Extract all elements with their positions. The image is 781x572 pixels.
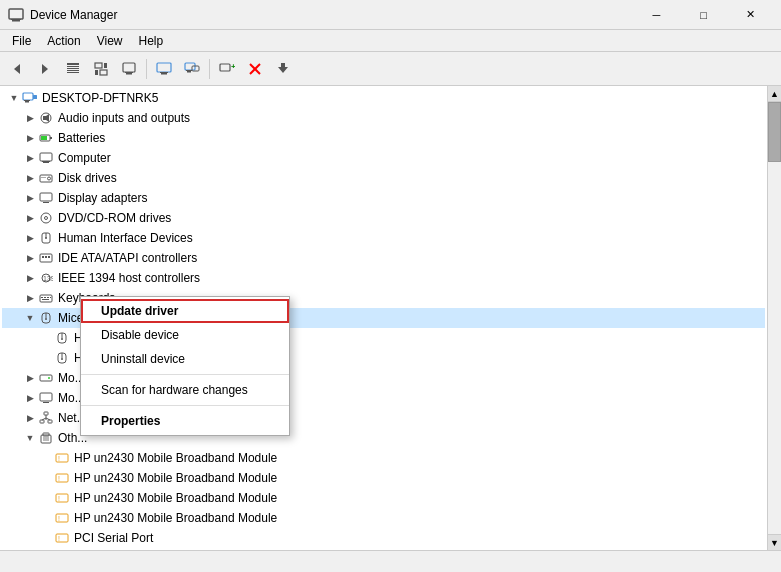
tree-item-hp3[interactable]: ▶ ! HP un2430 Mobile Broadband Module	[2, 488, 765, 508]
keyboards-toggle[interactable]: ▶	[22, 290, 38, 306]
ctx-uninstall-device[interactable]: Uninstall device	[81, 347, 289, 371]
scroll-down[interactable]: ▼	[768, 534, 781, 550]
disk-toggle[interactable]: ▶	[22, 170, 38, 186]
disk-label: Disk drives	[58, 171, 117, 185]
svg-rect-52	[42, 256, 44, 258]
tree-item-pci-comm[interactable]: ▶ ! PCI Simple Communications Controller	[2, 548, 765, 550]
scroll-thumb[interactable]	[768, 102, 781, 162]
main-content: ▼ DESKTOP-DFTNRK5 ▶ Audio inputs and	[0, 86, 781, 550]
modems-toggle[interactable]: ▶	[22, 370, 38, 386]
tree-root[interactable]: ▼ DESKTOP-DFTNRK5	[2, 88, 765, 108]
svg-rect-74	[40, 393, 52, 401]
ctx-properties-header[interactable]: Properties	[81, 409, 289, 433]
mouse-device-icon-2	[54, 350, 70, 366]
audio-toggle[interactable]: ▶	[22, 110, 38, 126]
hid-toggle[interactable]: ▶	[22, 230, 38, 246]
svg-rect-37	[41, 136, 47, 140]
maximize-button[interactable]: □	[681, 0, 726, 30]
svg-rect-15	[126, 73, 132, 75]
ide-icon	[38, 250, 54, 266]
computer-toggle[interactable]: ▶	[22, 150, 38, 166]
ctx-disable-label: Disable device	[101, 328, 179, 342]
update-driver-toolbar-button[interactable]	[270, 56, 296, 82]
mice-toggle[interactable]: ▼	[22, 310, 38, 326]
svg-marker-4	[42, 64, 48, 74]
dvd-toggle[interactable]: ▶	[22, 210, 38, 226]
scroll-track[interactable]	[768, 102, 781, 534]
ctx-disable-device[interactable]: Disable device	[81, 323, 289, 347]
monitors-toggle[interactable]: ▶	[22, 390, 38, 406]
tree-item-ieee[interactable]: ▶ 1394 IEEE 1394 host controllers	[2, 268, 765, 288]
tree-item-pci-serial[interactable]: ▶ ! PCI Serial Port	[2, 528, 765, 548]
svg-rect-40	[42, 161, 50, 162]
svg-rect-2	[11, 19, 21, 20]
tree-item-hp1[interactable]: ▶ ! HP un2430 Mobile Broadband Module	[2, 448, 765, 468]
display-toggle[interactable]: ▶	[22, 190, 38, 206]
ctx-update-driver-label: Update driver	[101, 304, 178, 318]
svg-rect-22	[186, 70, 192, 71]
svg-text:!: !	[58, 495, 60, 502]
batteries-toggle[interactable]: ▶	[22, 130, 38, 146]
ctx-properties-label: Properties	[101, 414, 160, 428]
tree-item-ide[interactable]: ▶ IDE ATA/ATAPI controllers	[2, 248, 765, 268]
svg-rect-9	[67, 72, 79, 73]
computer-label: Computer	[58, 151, 111, 165]
root-toggle[interactable]: ▼	[6, 90, 22, 106]
tree-item-dvd[interactable]: ▶ DVD/CD-ROM drives	[2, 208, 765, 228]
monitor-button-1[interactable]	[151, 56, 177, 82]
svg-rect-72	[40, 375, 52, 381]
svg-rect-54	[48, 256, 50, 258]
svg-rect-24	[220, 64, 230, 71]
tree-item-hp2[interactable]: ▶ ! HP un2430 Mobile Broadband Module	[2, 468, 765, 488]
svg-text:!: !	[58, 455, 60, 462]
ctx-scan-hardware[interactable]: Scan for hardware changes	[81, 378, 289, 402]
tree-item-batteries[interactable]: ▶ Batteries	[2, 128, 765, 148]
monitor-button-2[interactable]	[179, 56, 205, 82]
ctx-update-driver[interactable]: Update driver	[81, 299, 289, 323]
other-toggle[interactable]: ▼	[22, 430, 38, 446]
ieee-toggle[interactable]: ▶	[22, 270, 38, 286]
ieee-label: IEEE 1394 host controllers	[58, 271, 200, 285]
display-label: Display adapters	[58, 191, 147, 205]
window-controls: ─ □ ✕	[634, 0, 773, 30]
svg-text:!: !	[58, 535, 60, 542]
menu-file[interactable]: File	[4, 32, 39, 50]
up-button[interactable]	[60, 56, 86, 82]
remove-button[interactable]	[242, 56, 268, 82]
tree-item-disk[interactable]: ▶ Disk drives	[2, 168, 765, 188]
svg-rect-6	[67, 66, 79, 67]
ide-toggle[interactable]: ▶	[22, 250, 38, 266]
scrollbar[interactable]: ▲ ▼	[767, 86, 781, 550]
scan-button[interactable]	[116, 56, 142, 82]
menu-action[interactable]: Action	[39, 32, 88, 50]
properties-button[interactable]	[88, 56, 114, 82]
back-button[interactable]	[4, 56, 30, 82]
hid-icon	[38, 230, 54, 246]
tree-item-hid[interactable]: ▶ Human Interface Devices	[2, 228, 765, 248]
svg-rect-36	[50, 137, 52, 139]
ctx-scan-label: Scan for hardware changes	[101, 383, 248, 397]
close-button[interactable]: ✕	[728, 0, 773, 30]
minimize-button[interactable]: ─	[634, 0, 679, 30]
tree-item-audio[interactable]: ▶ Audio inputs and outputs	[2, 108, 765, 128]
tree-item-display[interactable]: ▶ Display adapters	[2, 188, 765, 208]
svg-point-50	[45, 237, 47, 239]
toolbar-separator-2	[209, 59, 210, 79]
network-toggle[interactable]: ▶	[22, 410, 38, 426]
monitors-icon	[38, 390, 54, 406]
svg-rect-21	[187, 71, 191, 73]
add-device-button[interactable]: +	[214, 56, 240, 82]
svg-rect-61	[50, 297, 51, 298]
device-tree[interactable]: ▼ DESKTOP-DFTNRK5 ▶ Audio inputs and	[0, 86, 767, 550]
svg-rect-5	[67, 63, 79, 65]
forward-button[interactable]	[32, 56, 58, 82]
scroll-up[interactable]: ▲	[768, 86, 781, 102]
computer-icon	[22, 90, 38, 106]
menu-help[interactable]: Help	[131, 32, 172, 50]
tree-item-computer[interactable]: ▶ Computer	[2, 148, 765, 168]
tree-item-hp4[interactable]: ▶ ! HP un2430 Mobile Broadband Module	[2, 508, 765, 528]
menu-view[interactable]: View	[89, 32, 131, 50]
svg-rect-77	[40, 420, 44, 423]
hp3-icon: !	[54, 490, 70, 506]
svg-rect-43	[41, 177, 46, 178]
